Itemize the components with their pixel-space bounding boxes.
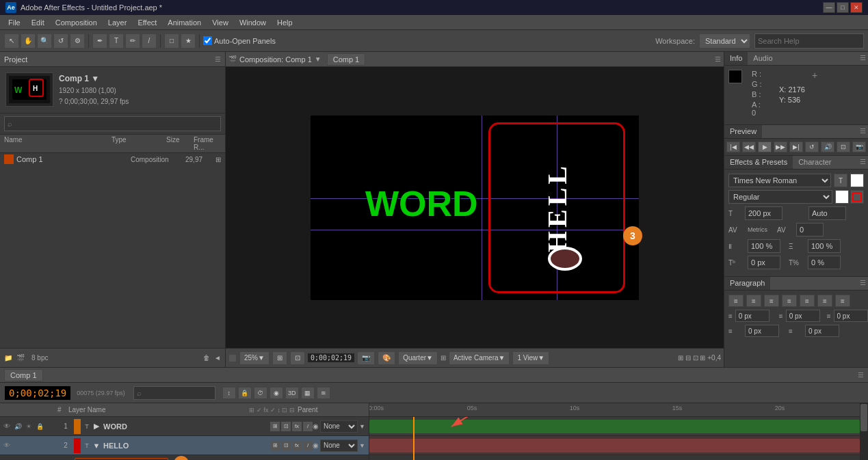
justify-all-btn[interactable]: ≡ [817, 295, 832, 307]
play-audio-btn[interactable]: ▶▶ [774, 141, 787, 152]
frame-render-btn[interactable]: ▦ [301, 387, 315, 399]
layer-2-visibility[interactable]: 👁 [1, 440, 12, 451]
effects-panel-menu[interactable]: ☰ [858, 156, 868, 169]
fill-swatch[interactable] [835, 190, 849, 204]
layer-1-solo[interactable]: ☀ [23, 421, 34, 432]
time-filter-btn[interactable]: ⏱ [254, 387, 267, 399]
layer-2-audio[interactable] [12, 440, 23, 451]
solo-btn[interactable]: ↕ [222, 387, 236, 399]
active-camera-select[interactable]: Active Camera ▼ [449, 351, 510, 365]
snapshot-btn[interactable]: 📷 [852, 141, 866, 152]
motion-blur-btn[interactable]: ◉ [269, 387, 283, 399]
maximize-button[interactable]: □ [837, 2, 849, 13]
eraser-tool[interactable]: / [142, 33, 157, 49]
justify-left-btn[interactable]: ≡ [782, 295, 797, 307]
audio-btn[interactable]: 🔊 [821, 141, 834, 152]
left-indent-input[interactable] [735, 310, 770, 322]
region-btn[interactable]: ⊞ [440, 354, 446, 362]
layer-2-switch-3[interactable]: / [303, 441, 313, 450]
comp-dropdown[interactable]: ▼ [315, 55, 321, 63]
para-panel-menu[interactable]: ☰ [858, 277, 868, 290]
right-indent-input[interactable] [786, 310, 820, 322]
fit-btn[interactable]: ⊞ [272, 351, 287, 365]
tab-audio[interactable]: Audio [748, 52, 778, 65]
create-folder-btn[interactable]: 📁 [4, 354, 12, 362]
comp-tab[interactable]: Comp 1 [327, 53, 366, 66]
shape-tool[interactable]: □ [164, 33, 179, 49]
layer-1-switch-2[interactable]: ⊡ [281, 422, 291, 431]
space-before-input[interactable] [745, 325, 779, 337]
star-tool[interactable]: ★ [181, 33, 196, 49]
tab-preview[interactable]: Preview [724, 125, 762, 138]
menu-window[interactable]: Window [234, 17, 272, 28]
tsume-input[interactable] [808, 256, 841, 269]
go-end-btn[interactable]: ▶| [789, 141, 803, 152]
layer-2-switch-1[interactable]: ⊞ [270, 441, 280, 450]
align-right-btn[interactable]: ≡ [764, 295, 779, 307]
rtl-btn[interactable]: ≡ [835, 295, 850, 307]
camera-btn[interactable]: 📷 [357, 351, 375, 365]
layer-1-visibility[interactable]: 👁 [1, 421, 12, 432]
project-search-input[interactable] [4, 116, 221, 131]
search-input[interactable] [754, 33, 864, 49]
scrollbar-thumb[interactable] [860, 404, 867, 431]
layer-2-fx[interactable]: fx [292, 441, 302, 450]
close-button[interactable]: ✕ [850, 2, 863, 13]
hscale-input[interactable] [808, 239, 841, 253]
composition-viewer[interactable]: WORD HELL 3 [226, 67, 724, 348]
color-btn[interactable]: 🎨 [378, 351, 395, 365]
layer-2-switch-2[interactable]: ⊡ [281, 441, 291, 450]
first-indent-input[interactable] [834, 310, 868, 322]
flow-btn[interactable]: ≋ [317, 387, 330, 399]
timeline-scrollbar[interactable] [860, 403, 868, 460]
layer-1-switch-3[interactable]: / [303, 422, 313, 431]
table-row[interactable]: 👁 2 T ▼ HELLO ⊞ ⊡ fx / ◉ [0, 436, 369, 455]
comp-panel-menu[interactable]: ☰ [715, 55, 721, 63]
brush-tool[interactable]: ✏ [125, 33, 140, 49]
select-tool[interactable]: ↖ [4, 33, 19, 49]
menu-animation[interactable]: Animation [162, 17, 207, 28]
layer-2-solo[interactable] [23, 440, 34, 451]
project-panel-menu[interactable]: ☰ [215, 55, 221, 63]
font-select[interactable]: Times New Roman [728, 174, 831, 187]
tracking-input[interactable] [796, 223, 824, 236]
go-start-btn[interactable]: |◀ [726, 141, 740, 152]
hand-tool[interactable]: ✋ [21, 33, 36, 49]
layer-1-lock[interactable]: 🔒 [34, 421, 45, 432]
menu-effect[interactable]: Effect [132, 17, 162, 28]
layer-2-parent-select[interactable]: None [320, 439, 358, 452]
lock-btn[interactable]: 🔒 [238, 387, 252, 399]
preview-settings-btn[interactable]: ⊡ [837, 141, 850, 152]
menu-help[interactable]: Help [272, 17, 298, 28]
table-row[interactable]: 👁 🔊 ☀ 🔒 1 T ▶ WORD ⊞ ⊡ fx / ◉ [0, 417, 369, 436]
space-after-input[interactable] [805, 325, 839, 337]
timeline-tab-comp[interactable]: Comp 1 [4, 369, 43, 381]
timeline-panel-menu[interactable]: ☰ [858, 371, 864, 379]
leading-input[interactable] [808, 206, 846, 220]
menu-view[interactable]: View [207, 17, 234, 28]
info-panel-menu[interactable]: ☰ [858, 52, 868, 65]
prev-frame-btn[interactable]: ◀◀ [742, 141, 756, 152]
font-size-input[interactable] [745, 206, 782, 220]
menu-composition[interactable]: Composition [50, 17, 103, 28]
justify-center-btn[interactable]: ≡ [800, 295, 815, 307]
preview-panel-menu[interactable]: ☰ [858, 125, 868, 138]
menu-edit[interactable]: Edit [26, 17, 50, 28]
style-select[interactable]: Regular [728, 190, 832, 204]
draft-btn[interactable]: ⊡ [290, 351, 305, 365]
auto-open-checkbox[interactable] [203, 36, 212, 45]
menu-file[interactable]: File [3, 17, 26, 28]
menu-layer[interactable]: Layer [103, 17, 133, 28]
layer-2-lock[interactable] [34, 440, 45, 451]
quality-select[interactable]: Quarter ▼ [398, 351, 438, 365]
font-color-swatch[interactable] [850, 174, 864, 187]
workspace-select[interactable]: Standard [699, 33, 750, 49]
vscale-input[interactable] [748, 239, 780, 253]
views-select[interactable]: 1 View ▼ [512, 351, 549, 365]
align-center-btn[interactable]: ≡ [746, 295, 761, 307]
layer-1-expand[interactable]: ▶ [92, 422, 101, 431]
settings-tool[interactable]: ⚙ [70, 33, 85, 49]
3d-btn[interactable]: 3D [285, 387, 299, 399]
timeline-cursor[interactable] [413, 417, 415, 460]
layer-1-parent-select[interactable]: None [320, 420, 358, 433]
